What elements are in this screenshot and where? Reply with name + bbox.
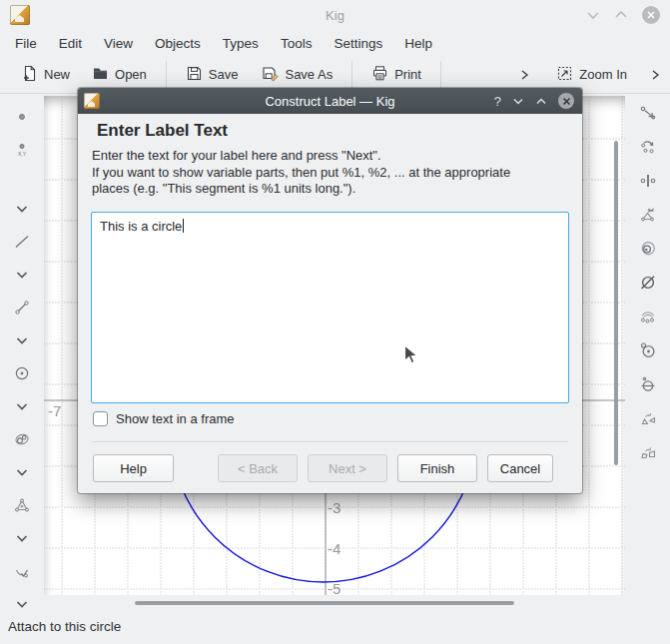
menu-objects[interactable]: Objects: [155, 36, 201, 51]
menu-edit[interactable]: Edit: [59, 36, 82, 51]
new-button[interactable]: New: [16, 61, 75, 89]
transform-triangle-icon[interactable]: [639, 198, 657, 232]
horizontal-scrollbar[interactable]: [135, 601, 514, 605]
print-icon: [371, 65, 388, 85]
menu-help[interactable]: Help: [404, 36, 432, 51]
point-icon[interactable]: [14, 100, 30, 133]
inversion-icon[interactable]: [639, 232, 657, 266]
chevron-down-icon[interactable]: [14, 323, 30, 356]
vector-icon[interactable]: [639, 96, 657, 130]
print-button[interactable]: Print: [366, 61, 426, 89]
label-text-input[interactable]: This is a circle: [91, 212, 569, 403]
finish-button[interactable]: Finish: [397, 454, 477, 482]
maximize-icon[interactable]: [614, 10, 628, 20]
menubar: File Edit View Objects Types Tools Setti…: [0, 30, 670, 56]
conic-icon[interactable]: [14, 422, 30, 455]
dialog-separator: [92, 441, 568, 442]
concentric-circles-icon[interactable]: [639, 333, 657, 367]
circle-icon[interactable]: [14, 356, 30, 389]
hide-object-icon[interactable]: [639, 266, 657, 300]
chevron-down-icon[interactable]: [14, 389, 30, 422]
status-message: Attach to this circle: [8, 619, 121, 634]
dialog-close-icon[interactable]: [558, 93, 574, 109]
construct-label-dialog: Construct Label — Kig ? Enter Label Text…: [78, 88, 582, 493]
similar-quads-icon[interactable]: [639, 435, 657, 469]
dialog-heading: Enter Label Text: [97, 121, 228, 141]
dialog-instructions: Enter the text for your label here and p…: [92, 148, 510, 198]
menu-types[interactable]: Types: [223, 36, 259, 51]
y-axis-label: -4: [328, 540, 340, 557]
minimize-icon[interactable]: [586, 10, 600, 20]
arc-points-icon[interactable]: [639, 300, 657, 333]
dialog-maximize-icon[interactable]: [535, 92, 547, 110]
show-frame-checkbox-label: Show text in a frame: [116, 411, 235, 426]
open-button[interactable]: Open: [87, 61, 152, 89]
window-titlebar[interactable]: Kig: [0, 0, 670, 30]
cancel-button[interactable]: Cancel: [487, 454, 553, 482]
chevron-down-icon[interactable]: [14, 192, 30, 225]
objects-toolbar: X,Y: [0, 94, 44, 618]
save-as-icon: [262, 65, 279, 85]
rotate-points-icon[interactable]: [639, 130, 657, 164]
save-as-button[interactable]: Save As: [257, 61, 337, 89]
dialog-minimize-icon[interactable]: [512, 92, 524, 110]
point-reflection-icon[interactable]: [639, 164, 657, 198]
show-frame-checkbox[interactable]: [93, 411, 108, 426]
toolbar-separator: [166, 61, 167, 89]
vertical-scrollbar[interactable]: [614, 141, 618, 465]
toolbar-separator: [351, 61, 352, 89]
new-document-icon: [21, 65, 38, 85]
y-axis-label: -3: [328, 499, 340, 516]
menu-file[interactable]: File: [15, 36, 37, 51]
window-title: Kig: [0, 8, 670, 23]
chevron-down-icon[interactable]: [14, 455, 30, 488]
coordinate-point-icon[interactable]: X,Y: [14, 133, 30, 166]
save-button[interactable]: Save: [181, 61, 244, 89]
similar-triangles-icon[interactable]: [639, 401, 657, 435]
next-button[interactable]: Next >: [308, 454, 387, 482]
back-button[interactable]: < Back: [218, 454, 298, 482]
open-folder-icon: [92, 65, 109, 85]
line-icon[interactable]: [14, 225, 30, 258]
chevron-down-icon[interactable]: [14, 521, 30, 554]
segment-icon[interactable]: [14, 291, 30, 323]
menu-view[interactable]: View: [104, 36, 133, 51]
zoom-in-button[interactable]: Zoom In: [551, 61, 632, 89]
y-axis-label: -5: [328, 580, 340, 595]
triangle-icon[interactable]: [14, 488, 30, 521]
chevron-down-icon[interactable]: [14, 258, 30, 291]
dialog-help-icon[interactable]: ?: [494, 94, 501, 109]
text-caret: [183, 219, 184, 233]
svg-text:X,Y: X,Y: [18, 150, 27, 156]
save-icon: [186, 65, 203, 85]
toolbar-separator: [440, 61, 441, 89]
test-icon[interactable]: [14, 554, 30, 587]
menu-tools[interactable]: Tools: [281, 36, 313, 51]
close-window-icon[interactable]: [642, 6, 660, 24]
transform-toolbar: [625, 94, 670, 614]
zoom-in-icon: [556, 65, 573, 85]
dialog-titlebar[interactable]: Construct Label — Kig ?: [78, 88, 582, 114]
toolbar-overflow-icon[interactable]: [642, 68, 668, 82]
help-button[interactable]: Help: [93, 454, 174, 482]
toolbar-overflow-icon[interactable]: [511, 68, 537, 82]
x-axis-label: -7: [48, 402, 61, 419]
menu-settings[interactable]: Settings: [334, 36, 382, 51]
circle-line-icon[interactable]: [639, 367, 657, 401]
status-bar: Attach to this circle: [0, 611, 670, 644]
